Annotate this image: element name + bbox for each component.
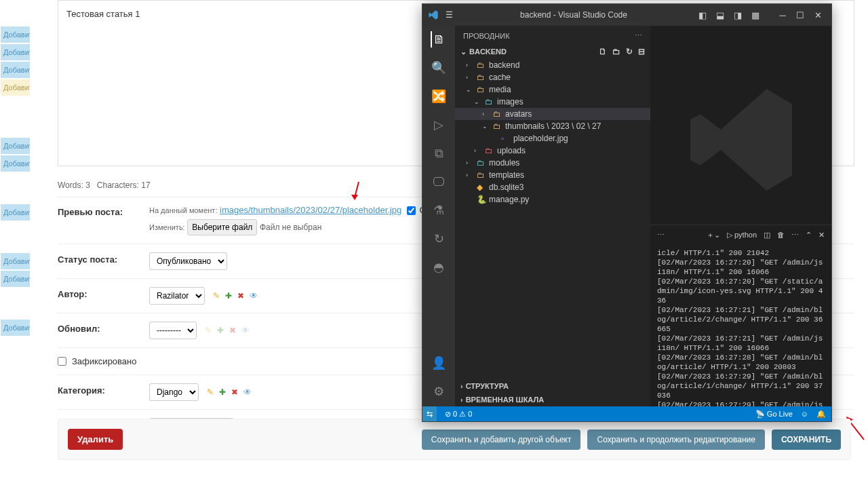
layout-sidebar-left-icon[interactable]: ◧ — [694, 7, 711, 22]
extensions-icon[interactable]: ⧉ — [431, 145, 447, 161]
add-button[interactable]: Добавить — [0, 26, 31, 43]
menu-icon[interactable]: ☰ — [446, 10, 453, 20]
choose-file-button[interactable]: Выберите файл — [187, 219, 257, 235]
fixed-checkbox[interactable] — [58, 357, 66, 366]
save-button[interactable]: СОХРАНИТЬ — [772, 429, 841, 450]
layout-grid-icon[interactable]: ▦ — [747, 7, 764, 22]
add-button[interactable]: Добавить — [0, 43, 31, 61]
editor-stats: Words: 3 Characters: 17 — [58, 174, 424, 197]
tree-folder-thumbnails[interactable]: ⌄🗀thumbnails \ 2023 \ 02 \ 27 — [455, 120, 650, 132]
run-debug-icon[interactable]: ▷ — [431, 117, 447, 133]
outline-section[interactable]: ›СТРУКТУРА — [455, 379, 650, 393]
source-control-icon[interactable]: 🔀 — [431, 88, 447, 104]
tree-folder[interactable]: ›🗀backend — [455, 59, 650, 71]
vscode-titlebar[interactable]: ☰ backend - Visual Studio Code ◧ ⬓ ◨ ▦ ─… — [422, 4, 831, 26]
status-bar: ⇆ ⊘ 0 ⚠ 0 📡 Go Live ☺ 🔔 — [422, 406, 831, 421]
sync-icon[interactable]: ↻ — [431, 231, 447, 247]
new-file-icon[interactable]: 🗋 — [599, 47, 607, 56]
tree-folder[interactable]: ›🗀modules — [455, 157, 650, 169]
edit-icon[interactable]: ✎ — [207, 387, 214, 397]
delete-icon-disabled: ✖ — [229, 326, 236, 335]
tree-folder[interactable]: ›🗀cache — [455, 71, 650, 83]
layout-panel-icon[interactable]: ⬓ — [712, 7, 728, 22]
clear-checkbox[interactable] — [407, 206, 416, 215]
activity-bar: 🗎 🔍 🔀 ▷ ⧉ 🖵 ⚗ ↻ ◓ 👤 ⚙ — [422, 26, 455, 406]
add-button[interactable]: Добавить — [0, 252, 31, 270]
save-add-another-button[interactable]: Сохранить и добавить другой объект — [422, 429, 581, 450]
feedback-icon[interactable]: ☺ — [801, 410, 808, 418]
category-select[interactable]: Django — [149, 383, 199, 401]
save-continue-button[interactable]: Сохранить и продолжить редактирование — [587, 429, 764, 450]
delete-button[interactable]: Удалить — [68, 429, 123, 450]
tree-file[interactable]: 🐍manage.py — [455, 193, 650, 206]
add-button[interactable]: Добавить — [0, 319, 31, 337]
label-preview: Превью поста: — [58, 205, 149, 217]
tree-file[interactable]: ◆db.sqlite3 — [455, 181, 650, 193]
accounts-icon[interactable]: 👤 — [431, 355, 447, 371]
chevron-down-icon[interactable]: ⌄ — [460, 47, 467, 56]
window-title: backend - Visual Studio Code — [453, 10, 694, 20]
vscode-logo-icon — [428, 9, 439, 20]
add-button[interactable]: Добавить — [0, 204, 31, 221]
terminal-more-icon2[interactable]: ⋯ — [791, 231, 799, 240]
problems-indicator[interactable]: ⊘ 0 ⚠ 0 — [445, 410, 472, 419]
explorer-icon[interactable]: 🗎 — [431, 31, 447, 47]
split-terminal-icon[interactable]: ◫ — [764, 231, 770, 240]
edit-icon[interactable]: ✎ — [213, 291, 220, 301]
remote-explorer-icon[interactable]: 🖵 — [431, 174, 447, 190]
notifications-icon[interactable]: 🔔 — [816, 410, 826, 419]
add-icon[interactable]: ✚ — [219, 387, 226, 397]
preview-path-link[interactable]: images/thumbnails/2023/02/27/placeholder… — [220, 205, 401, 215]
refresh-icon[interactable]: ↻ — [626, 47, 633, 56]
add-icon[interactable]: ✚ — [217, 326, 224, 335]
add-button[interactable]: Добавить — [0, 155, 31, 172]
delete-icon[interactable]: ✖ — [231, 387, 238, 397]
terminal-shell[interactable]: ▷ python — [727, 231, 757, 240]
tree-folder[interactable]: ›🗀uploads — [455, 145, 650, 157]
view-icon[interactable]: 👁 — [243, 387, 252, 397]
vscode-window: ☰ backend - Visual Studio Code ◧ ⬓ ◨ ▦ ─… — [422, 3, 832, 422]
layout-sidebar-right-icon[interactable]: ◨ — [730, 7, 746, 22]
annotation-arrow — [349, 180, 363, 204]
view-icon[interactable]: 👁 — [250, 291, 258, 301]
updated-select[interactable]: --------- — [149, 322, 197, 339]
close-panel-icon[interactable]: ✕ — [818, 231, 825, 240]
docker-icon[interactable]: ◓ — [431, 259, 447, 275]
add-button-active[interactable]: Добавить — [0, 79, 31, 96]
maximize-panel-icon[interactable]: ⌃ — [806, 231, 812, 240]
file-tree: ›🗀backend ›🗀cache ⌄🗀media ⌄🗀images ›🗀ava… — [455, 58, 650, 207]
kill-terminal-icon[interactable]: 🗑 — [777, 231, 785, 239]
tree-file-placeholder[interactable]: ▫placeholder.jpg — [455, 132, 650, 145]
maximize-icon[interactable]: ☐ — [792, 7, 808, 22]
timeline-section[interactable]: ›ВРЕМЕННАЯ ШКАЛА — [455, 393, 650, 406]
tree-folder-avatars[interactable]: ›🗀avatars — [455, 108, 650, 120]
remote-indicator[interactable]: ⇆ — [422, 406, 437, 421]
go-live-button[interactable]: 📡 Go Live — [755, 410, 793, 419]
tree-folder[interactable]: ⌄🗀media — [455, 83, 650, 96]
testing-icon[interactable]: ⚗ — [431, 202, 447, 218]
close-icon[interactable]: ✕ — [810, 7, 826, 22]
more-icon[interactable]: ⋯ — [635, 31, 642, 40]
minimize-icon[interactable]: ─ — [774, 7, 791, 22]
terminal-more-icon[interactable]: ⋯ — [657, 231, 665, 240]
settings-gear-icon[interactable]: ⚙ — [431, 383, 447, 400]
terminal-output[interactable]: icle/ HTTP/1.1" 200 21042 [02/Mar/2023 1… — [650, 244, 831, 406]
terminal-panel: ⋯ ＋⌄ ▷ python ◫ 🗑 ⋯ ⌃ ✕ icle/ HTTP/1.1" … — [650, 225, 831, 406]
add-button[interactable]: Добавить — [0, 137, 31, 155]
new-terminal-icon[interactable]: ＋⌄ — [707, 230, 720, 240]
tree-folder[interactable]: ⌄🗀images — [455, 96, 650, 108]
status-select[interactable]: Опубликовано — [149, 252, 227, 270]
explorer-title: ПРОВОДНИК — [463, 32, 510, 40]
view-icon-disabled: 👁 — [241, 326, 250, 335]
svg-marker-1 — [351, 195, 358, 200]
new-folder-icon[interactable]: 🗀 — [612, 47, 620, 56]
add-button[interactable]: Добавить — [0, 61, 31, 79]
add-icon[interactable]: ✚ — [225, 291, 232, 301]
sidebar-explorer: ПРОВОДНИК ⋯ ⌄ BACKEND 🗋 🗀 ↻ ⊟ ›🗀backend … — [455, 26, 650, 406]
tree-folder[interactable]: ›🗀templates — [455, 169, 650, 181]
search-icon[interactable]: 🔍 — [431, 60, 447, 76]
add-button[interactable]: Добавить — [0, 270, 31, 288]
collapse-all-icon[interactable]: ⊟ — [638, 47, 645, 56]
author-select[interactable]: Razilator — [149, 287, 205, 305]
delete-icon[interactable]: ✖ — [237, 291, 244, 301]
